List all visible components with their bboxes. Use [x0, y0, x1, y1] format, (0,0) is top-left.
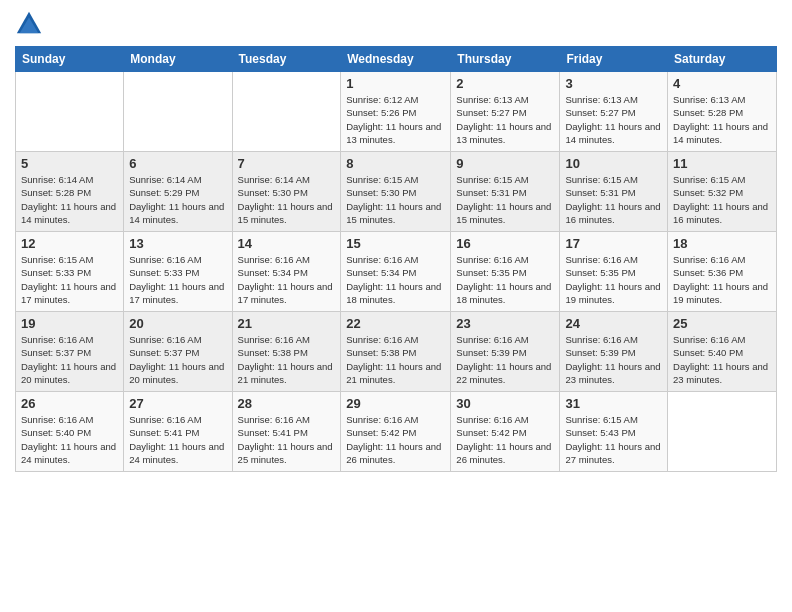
day-info: Sunrise: 6:16 AMSunset: 5:37 PMDaylight:…	[21, 333, 118, 386]
day-info: Sunrise: 6:15 AMSunset: 5:31 PMDaylight:…	[456, 173, 554, 226]
day-number: 24	[565, 316, 662, 331]
page: SundayMondayTuesdayWednesdayThursdayFrid…	[0, 0, 792, 612]
day-cell: 8Sunrise: 6:15 AMSunset: 5:30 PMDaylight…	[341, 152, 451, 232]
day-number: 29	[346, 396, 445, 411]
day-cell: 1Sunrise: 6:12 AMSunset: 5:26 PMDaylight…	[341, 72, 451, 152]
day-cell: 6Sunrise: 6:14 AMSunset: 5:29 PMDaylight…	[124, 152, 232, 232]
day-info: Sunrise: 6:16 AMSunset: 5:33 PMDaylight:…	[129, 253, 226, 306]
day-cell: 7Sunrise: 6:14 AMSunset: 5:30 PMDaylight…	[232, 152, 341, 232]
day-info: Sunrise: 6:14 AMSunset: 5:30 PMDaylight:…	[238, 173, 336, 226]
day-number: 11	[673, 156, 771, 171]
day-cell: 28Sunrise: 6:16 AMSunset: 5:41 PMDayligh…	[232, 392, 341, 472]
day-info: Sunrise: 6:16 AMSunset: 5:34 PMDaylight:…	[238, 253, 336, 306]
week-row-5: 26Sunrise: 6:16 AMSunset: 5:40 PMDayligh…	[16, 392, 777, 472]
day-number: 7	[238, 156, 336, 171]
day-cell	[668, 392, 777, 472]
day-number: 5	[21, 156, 118, 171]
day-number: 10	[565, 156, 662, 171]
day-number: 31	[565, 396, 662, 411]
day-number: 19	[21, 316, 118, 331]
day-number: 9	[456, 156, 554, 171]
day-number: 15	[346, 236, 445, 251]
day-cell: 22Sunrise: 6:16 AMSunset: 5:38 PMDayligh…	[341, 312, 451, 392]
weekday-header-wednesday: Wednesday	[341, 47, 451, 72]
weekday-header-friday: Friday	[560, 47, 668, 72]
day-info: Sunrise: 6:16 AMSunset: 5:41 PMDaylight:…	[129, 413, 226, 466]
day-number: 18	[673, 236, 771, 251]
day-info: Sunrise: 6:15 AMSunset: 5:32 PMDaylight:…	[673, 173, 771, 226]
day-number: 30	[456, 396, 554, 411]
day-cell: 30Sunrise: 6:16 AMSunset: 5:42 PMDayligh…	[451, 392, 560, 472]
day-number: 1	[346, 76, 445, 91]
day-cell: 3Sunrise: 6:13 AMSunset: 5:27 PMDaylight…	[560, 72, 668, 152]
day-cell: 16Sunrise: 6:16 AMSunset: 5:35 PMDayligh…	[451, 232, 560, 312]
day-cell: 18Sunrise: 6:16 AMSunset: 5:36 PMDayligh…	[668, 232, 777, 312]
day-info: Sunrise: 6:16 AMSunset: 5:38 PMDaylight:…	[238, 333, 336, 386]
day-info: Sunrise: 6:15 AMSunset: 5:30 PMDaylight:…	[346, 173, 445, 226]
day-info: Sunrise: 6:16 AMSunset: 5:35 PMDaylight:…	[565, 253, 662, 306]
day-cell: 21Sunrise: 6:16 AMSunset: 5:38 PMDayligh…	[232, 312, 341, 392]
day-cell: 27Sunrise: 6:16 AMSunset: 5:41 PMDayligh…	[124, 392, 232, 472]
day-cell	[232, 72, 341, 152]
day-number: 22	[346, 316, 445, 331]
day-info: Sunrise: 6:14 AMSunset: 5:28 PMDaylight:…	[21, 173, 118, 226]
day-number: 16	[456, 236, 554, 251]
day-number: 14	[238, 236, 336, 251]
day-number: 17	[565, 236, 662, 251]
day-cell: 20Sunrise: 6:16 AMSunset: 5:37 PMDayligh…	[124, 312, 232, 392]
weekday-header-row: SundayMondayTuesdayWednesdayThursdayFrid…	[16, 47, 777, 72]
day-cell: 26Sunrise: 6:16 AMSunset: 5:40 PMDayligh…	[16, 392, 124, 472]
day-number: 21	[238, 316, 336, 331]
day-cell: 11Sunrise: 6:15 AMSunset: 5:32 PMDayligh…	[668, 152, 777, 232]
calendar-table: SundayMondayTuesdayWednesdayThursdayFrid…	[15, 46, 777, 472]
day-info: Sunrise: 6:14 AMSunset: 5:29 PMDaylight:…	[129, 173, 226, 226]
day-info: Sunrise: 6:15 AMSunset: 5:31 PMDaylight:…	[565, 173, 662, 226]
day-cell: 23Sunrise: 6:16 AMSunset: 5:39 PMDayligh…	[451, 312, 560, 392]
day-info: Sunrise: 6:16 AMSunset: 5:36 PMDaylight:…	[673, 253, 771, 306]
day-number: 6	[129, 156, 226, 171]
day-info: Sunrise: 6:15 AMSunset: 5:43 PMDaylight:…	[565, 413, 662, 466]
day-number: 8	[346, 156, 445, 171]
day-cell: 12Sunrise: 6:15 AMSunset: 5:33 PMDayligh…	[16, 232, 124, 312]
header	[15, 10, 777, 38]
day-info: Sunrise: 6:16 AMSunset: 5:35 PMDaylight:…	[456, 253, 554, 306]
day-cell: 9Sunrise: 6:15 AMSunset: 5:31 PMDaylight…	[451, 152, 560, 232]
day-number: 4	[673, 76, 771, 91]
day-number: 26	[21, 396, 118, 411]
weekday-header-monday: Monday	[124, 47, 232, 72]
week-row-1: 1Sunrise: 6:12 AMSunset: 5:26 PMDaylight…	[16, 72, 777, 152]
day-cell: 17Sunrise: 6:16 AMSunset: 5:35 PMDayligh…	[560, 232, 668, 312]
day-info: Sunrise: 6:16 AMSunset: 5:39 PMDaylight:…	[565, 333, 662, 386]
day-info: Sunrise: 6:13 AMSunset: 5:28 PMDaylight:…	[673, 93, 771, 146]
day-cell: 13Sunrise: 6:16 AMSunset: 5:33 PMDayligh…	[124, 232, 232, 312]
day-number: 3	[565, 76, 662, 91]
day-cell: 24Sunrise: 6:16 AMSunset: 5:39 PMDayligh…	[560, 312, 668, 392]
day-info: Sunrise: 6:13 AMSunset: 5:27 PMDaylight:…	[565, 93, 662, 146]
week-row-4: 19Sunrise: 6:16 AMSunset: 5:37 PMDayligh…	[16, 312, 777, 392]
day-number: 2	[456, 76, 554, 91]
day-info: Sunrise: 6:16 AMSunset: 5:41 PMDaylight:…	[238, 413, 336, 466]
logo-icon	[15, 10, 43, 38]
day-cell: 29Sunrise: 6:16 AMSunset: 5:42 PMDayligh…	[341, 392, 451, 472]
day-cell: 31Sunrise: 6:15 AMSunset: 5:43 PMDayligh…	[560, 392, 668, 472]
day-cell: 14Sunrise: 6:16 AMSunset: 5:34 PMDayligh…	[232, 232, 341, 312]
day-cell: 2Sunrise: 6:13 AMSunset: 5:27 PMDaylight…	[451, 72, 560, 152]
weekday-header-thursday: Thursday	[451, 47, 560, 72]
day-number: 12	[21, 236, 118, 251]
day-cell: 5Sunrise: 6:14 AMSunset: 5:28 PMDaylight…	[16, 152, 124, 232]
day-number: 27	[129, 396, 226, 411]
logo	[15, 10, 47, 38]
day-cell: 25Sunrise: 6:16 AMSunset: 5:40 PMDayligh…	[668, 312, 777, 392]
day-cell: 4Sunrise: 6:13 AMSunset: 5:28 PMDaylight…	[668, 72, 777, 152]
weekday-header-sunday: Sunday	[16, 47, 124, 72]
day-info: Sunrise: 6:16 AMSunset: 5:42 PMDaylight:…	[456, 413, 554, 466]
day-info: Sunrise: 6:16 AMSunset: 5:40 PMDaylight:…	[673, 333, 771, 386]
day-info: Sunrise: 6:13 AMSunset: 5:27 PMDaylight:…	[456, 93, 554, 146]
day-info: Sunrise: 6:16 AMSunset: 5:42 PMDaylight:…	[346, 413, 445, 466]
day-number: 23	[456, 316, 554, 331]
day-cell: 19Sunrise: 6:16 AMSunset: 5:37 PMDayligh…	[16, 312, 124, 392]
day-info: Sunrise: 6:12 AMSunset: 5:26 PMDaylight:…	[346, 93, 445, 146]
day-number: 28	[238, 396, 336, 411]
day-info: Sunrise: 6:16 AMSunset: 5:40 PMDaylight:…	[21, 413, 118, 466]
day-info: Sunrise: 6:16 AMSunset: 5:34 PMDaylight:…	[346, 253, 445, 306]
